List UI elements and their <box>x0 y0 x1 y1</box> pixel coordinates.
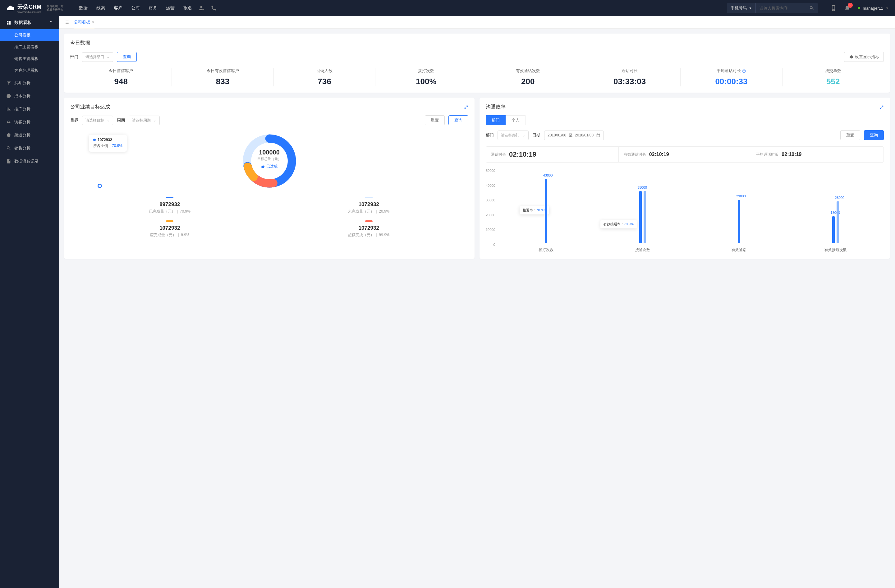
legend-value: 1072932 <box>269 225 469 231</box>
bar[interactable] <box>643 191 646 243</box>
legend-color <box>166 197 173 198</box>
tabs-menu-icon[interactable]: ☰ <box>65 20 69 24</box>
dept-label: 部门 <box>70 54 78 60</box>
sidebar-icon <box>6 80 11 85</box>
bar[interactable]: 43000 <box>545 179 547 243</box>
time-label: 平均通话时长 <box>756 152 778 157</box>
nav-item[interactable]: 客户 <box>114 5 123 11</box>
bar-group: 43000 <box>498 169 595 243</box>
sidebar-icon <box>6 146 11 151</box>
time-value: 02:10:19 <box>509 150 536 159</box>
sidebar-icon <box>6 159 11 164</box>
info-icon[interactable]: ? <box>742 69 746 73</box>
stat-value: 200 <box>477 77 579 86</box>
sidebar-item[interactable]: 漏斗分析 <box>0 76 59 89</box>
period-select[interactable]: 请选择周期 ⌄ <box>129 116 160 125</box>
reset-button[interactable]: 重置 <box>425 115 445 125</box>
comm-dept-select[interactable]: 请选择部门 ⌄ <box>498 130 529 140</box>
sidebar-sub-item[interactable]: 客户经理看板 <box>0 65 59 76</box>
nav-item[interactable]: 公海 <box>131 5 140 11</box>
donut-center-label: 目标总量（元） <box>257 157 281 161</box>
bar-chart: 50000400003000020000100000 接通率：70.9% 有效接… <box>486 166 884 253</box>
y-tick: 20000 <box>486 213 495 217</box>
tab-company-board[interactable]: 公司看板 × <box>74 16 94 28</box>
bar[interactable]: 18000 <box>832 216 835 243</box>
notifications[interactable]: 5 <box>844 5 850 12</box>
sidebar-sub-item[interactable]: 推广主管看板 <box>0 41 59 53</box>
sidebar-item[interactable]: 销售分析 <box>0 142 59 155</box>
settings-button[interactable]: 设置显示指标 <box>844 52 884 62</box>
time-label: 通话时长 <box>491 152 506 157</box>
legend-color <box>365 220 373 222</box>
legend-item: 1072932应完成量（元）|8.9% <box>70 220 269 238</box>
bar[interactable]: 28000 <box>837 202 839 243</box>
segment-button[interactable]: 部门 <box>486 115 506 125</box>
expand-icon[interactable] <box>464 105 468 109</box>
sidebar-item[interactable]: 数据流转记录 <box>0 155 59 168</box>
nav-item[interactable]: 线索 <box>96 5 105 11</box>
legend-item: 1072932未完成量（元）|20.9% <box>269 197 469 214</box>
sidebar-item[interactable]: 访客分析 <box>0 116 59 129</box>
logo-sub1: 教育机构一站 <box>47 5 64 8</box>
close-icon[interactable]: × <box>92 20 94 24</box>
stat-label: 平均通话时长? <box>681 68 782 74</box>
stat-label: 有效通话次数 <box>477 68 579 74</box>
comm-date-label: 日期 <box>532 132 540 138</box>
sidebar-item[interactable]: 渠道分析 <box>0 129 59 142</box>
expand-icon[interactable] <box>880 105 884 109</box>
sidebar-sub-item[interactable]: 公司看板 <box>0 29 59 41</box>
query-button[interactable]: 查询 <box>117 52 137 62</box>
segment-button[interactable]: 个人 <box>506 115 525 125</box>
logo-text: 云朵CRM <box>17 3 41 11</box>
logo[interactable]: 云朵CRM www.yunduocrm.com 教育机构一站 式服务云平台 <box>6 3 64 14</box>
stat-item: 通话时长03:33:03 <box>579 68 681 86</box>
search-button[interactable] <box>806 6 818 11</box>
cloud-icon <box>6 4 15 12</box>
sidebar-item[interactable]: 成本分析 <box>0 89 59 103</box>
nav-item[interactable]: 财务 <box>149 5 157 11</box>
sidebar-sub-item[interactable]: 销售主管看板 <box>0 53 59 65</box>
mobile-icon[interactable] <box>830 5 837 11</box>
donut-center-value: 100000 <box>257 149 281 156</box>
nav-item[interactable]: 运营 <box>166 5 174 11</box>
tooltip-value: 1072932 <box>97 138 112 142</box>
sidebar-group-dashboard[interactable]: 数据看板 ⌃ <box>0 16 59 29</box>
stat-item: 今日首咨客户948 <box>70 68 172 86</box>
stat-label: 成交单数 <box>783 68 884 74</box>
y-tick: 30000 <box>486 198 495 202</box>
bar[interactable]: 35000 <box>639 191 642 243</box>
y-tick: 0 <box>486 243 495 247</box>
goal-select[interactable]: 请选择目标 ⌄ <box>82 116 113 125</box>
sidebar-group-label: 数据看板 <box>14 20 32 26</box>
chart-handle[interactable] <box>97 184 102 188</box>
bar-value-label: 29000 <box>736 194 746 198</box>
search-input[interactable] <box>756 6 806 11</box>
time-cell: 平均通话时长02:10:19 <box>751 147 883 162</box>
legend-sub: 超额完成（元）|89.9% <box>269 232 469 238</box>
search-type-select[interactable]: 手机号码 ▼ <box>727 3 756 13</box>
time-label: 有效通话时长 <box>624 152 646 157</box>
sidebar-icon <box>6 107 11 112</box>
sidebar-icon <box>6 120 11 124</box>
chevron-down-icon: ⌄ <box>153 118 156 123</box>
user-name: manager11 <box>863 6 883 11</box>
comm-reset-button[interactable]: 重置 <box>840 130 860 140</box>
nav-item[interactable]: 数据 <box>79 5 88 11</box>
legend-sub: 未完成量（元）|20.9% <box>269 209 469 214</box>
stat-value: 03:33:03 <box>579 77 680 86</box>
bar[interactable]: 29000 <box>738 200 740 243</box>
nav-item[interactable]: 报名 <box>184 5 192 11</box>
user-menu[interactable]: manager11 ▼ <box>858 6 889 11</box>
comm-query-button[interactable]: 查询 <box>864 130 884 140</box>
chevron-down-icon: ⌄ <box>106 55 110 59</box>
phone-icon[interactable] <box>211 5 217 11</box>
sidebar-item[interactable]: 推广分析 <box>0 103 59 116</box>
chevron-up-icon: ⌃ <box>49 20 53 25</box>
date-range-input[interactable]: 2018/01/08 至 2018/01/08 <box>544 130 604 140</box>
add-user-icon[interactable] <box>198 5 205 11</box>
x-label: 有效接通次数 <box>787 247 884 253</box>
stat-item: 有效通话次数200 <box>477 68 579 86</box>
legend-color <box>365 197 373 198</box>
query-button[interactable]: 查询 <box>448 115 468 125</box>
dept-select[interactable]: 请选择部门 ⌄ <box>82 52 113 62</box>
